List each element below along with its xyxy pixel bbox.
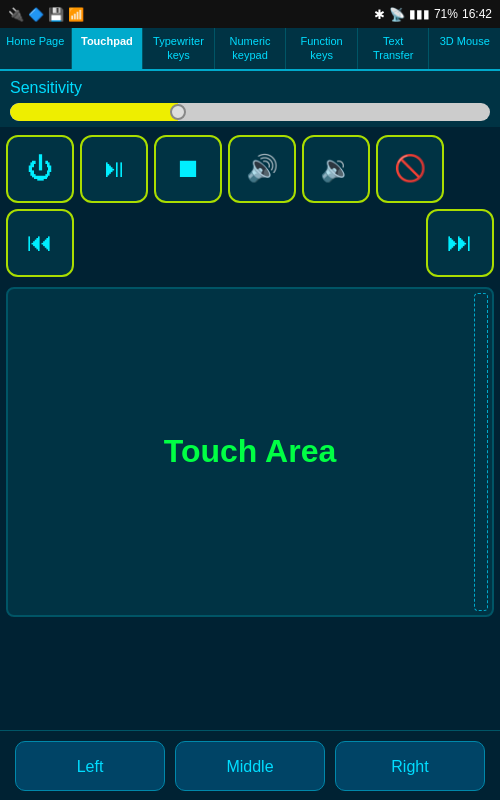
status-right: ✱ 📡 ▮▮▮ 71% 16:42 <box>374 7 492 22</box>
tab-3dmouse[interactable]: 3D Mouse <box>429 28 500 69</box>
middle-button[interactable]: Middle <box>175 741 325 791</box>
bluetooth-icon: ✱ <box>374 7 385 22</box>
right-button[interactable]: Right <box>335 741 485 791</box>
signal-bars: ▮▮▮ <box>409 7 430 21</box>
bt-icon: 🔷 <box>28 7 44 22</box>
usb-icon: 🔌 <box>8 7 24 22</box>
touch-area[interactable]: Touch Area <box>6 287 494 617</box>
clock: 16:42 <box>462 7 492 21</box>
tab-touchpad[interactable]: Touchpad <box>72 28 144 69</box>
power-icon: ⏻ <box>27 153 53 184</box>
touch-scrollbar[interactable] <box>474 293 488 611</box>
stop-button[interactable]: ⏹ <box>154 135 222 203</box>
play-pause-icon: ⏯ <box>101 153 127 184</box>
tab-bar: Home Page Touchpad Typewriterkeys Numeri… <box>0 28 500 71</box>
volume-down-button[interactable]: 🔉 <box>302 135 370 203</box>
tab-typewriter[interactable]: Typewriterkeys <box>143 28 215 69</box>
sensitivity-label: Sensitivity <box>10 79 490 97</box>
mute-icon: 🚫 <box>394 153 426 184</box>
tab-text-transfer[interactable]: Text Transfer <box>358 28 430 69</box>
tab-numeric[interactable]: Numerickeypad <box>215 28 287 69</box>
status-bar: 🔌 🔷 💾 📶 ✱ 📡 ▮▮▮ 71% 16:42 <box>0 0 500 28</box>
media-row-1: ⏻ ⏯ ⏹ 🔊 🔉 🚫 <box>6 135 494 203</box>
touch-area-label: Touch Area <box>164 433 336 470</box>
sensitivity-thumb[interactable] <box>170 104 186 120</box>
media-controls: ⏻ ⏯ ⏹ 🔊 🔉 🚫 ⏮ ⏭ <box>0 127 500 287</box>
sensitivity-slider[interactable] <box>10 103 490 121</box>
mute-button[interactable]: 🚫 <box>376 135 444 203</box>
status-left: 🔌 🔷 💾 📶 <box>8 7 84 22</box>
bottom-bar: Left Middle Right <box>0 730 500 800</box>
battery-level: 71% <box>434 7 458 21</box>
fast-forward-icon: ⏭ <box>447 227 473 258</box>
rewind-icon: ⏮ <box>27 227 53 258</box>
stop-icon: ⏹ <box>175 153 201 184</box>
sd-icon: 💾 <box>48 7 64 22</box>
volume-down-icon: 🔉 <box>320 153 352 184</box>
sensitivity-section: Sensitivity <box>0 71 500 127</box>
wifi-icon: 📡 <box>389 7 405 22</box>
left-button[interactable]: Left <box>15 741 165 791</box>
play-pause-button[interactable]: ⏯ <box>80 135 148 203</box>
tab-function[interactable]: Function keys <box>286 28 358 69</box>
fast-forward-button[interactable]: ⏭ <box>426 209 494 277</box>
sensitivity-fill <box>10 103 178 121</box>
signal-icon: 📶 <box>68 7 84 22</box>
media-row-2: ⏮ ⏭ <box>6 209 494 277</box>
volume-up-button[interactable]: 🔊 <box>228 135 296 203</box>
power-button[interactable]: ⏻ <box>6 135 74 203</box>
volume-up-icon: 🔊 <box>246 153 278 184</box>
tab-home[interactable]: Home Page <box>0 28 72 69</box>
rewind-button[interactable]: ⏮ <box>6 209 74 277</box>
